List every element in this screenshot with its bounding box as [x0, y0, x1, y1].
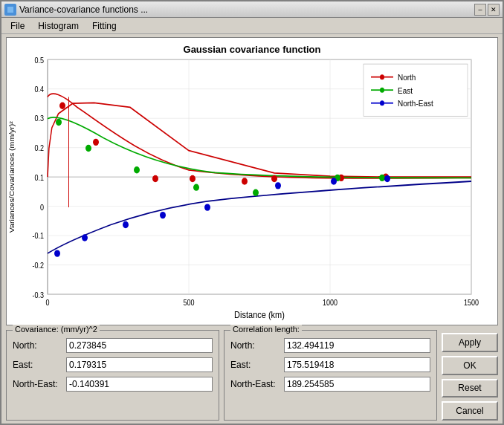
svg-text:North-East: North-East — [398, 99, 433, 108]
svg-text:0.4: 0.4 — [34, 85, 44, 94]
svg-point-45 — [379, 175, 385, 181]
title-bar-left: Variance-covariance functions ... — [4, 4, 148, 16]
svg-point-50 — [204, 204, 210, 210]
svg-point-31 — [59, 103, 65, 109]
correlation-north-input[interactable] — [284, 338, 430, 353]
svg-text:East: East — [398, 85, 413, 95]
bottom-panel: Covariance: (mm/yr)^2 North: East: North… — [1, 327, 503, 424]
covariance-north-input[interactable] — [66, 338, 213, 353]
svg-text:-0.3: -0.3 — [33, 291, 45, 299]
svg-point-41 — [134, 166, 140, 173]
svg-text:0: 0 — [40, 203, 45, 212]
svg-point-53 — [384, 175, 390, 182]
apply-button[interactable]: Apply — [442, 333, 498, 352]
svg-point-48 — [123, 221, 129, 228]
correlation-northeast-input[interactable] — [284, 377, 430, 392]
buttons-panel: Apply OK Reset Cancel — [442, 330, 498, 421]
minimize-button[interactable]: – — [474, 4, 486, 16]
menu-fitting[interactable]: Fitting — [86, 19, 123, 33]
svg-text:0.1: 0.1 — [34, 173, 44, 182]
svg-point-35 — [242, 178, 248, 184]
svg-text:500: 500 — [183, 299, 195, 308]
covariance-east-input[interactable] — [66, 357, 213, 372]
svg-text:Distance (km): Distance (km) — [234, 309, 285, 320]
svg-text:1500: 1500 — [464, 299, 479, 308]
correlation-north-row: North: — [230, 338, 430, 353]
correlation-group: Correlation length: North: East: North-E… — [224, 330, 437, 421]
svg-point-60 — [380, 88, 384, 93]
reset-button[interactable]: Reset — [442, 379, 498, 398]
svg-point-57 — [380, 74, 384, 80]
svg-point-40 — [85, 145, 91, 152]
svg-text:0: 0 — [45, 299, 50, 308]
svg-point-32 — [93, 139, 99, 146]
covariance-east-row: East: — [13, 357, 213, 372]
window-title: Variance-covariance functions ... — [19, 4, 148, 15]
svg-point-43 — [253, 189, 259, 196]
svg-point-46 — [54, 250, 60, 256]
title-bar: Variance-covariance functions ... – ✕ — [1, 1, 503, 18]
covariance-north-row: North: — [13, 338, 213, 353]
title-bar-controls: – ✕ — [474, 4, 500, 16]
svg-text:-0.2: -0.2 — [33, 261, 44, 270]
svg-point-39 — [56, 119, 62, 126]
svg-point-47 — [82, 234, 88, 241]
svg-rect-1 — [7, 7, 13, 13]
main-window: Variance-covariance functions ... – ✕ Fi… — [0, 0, 504, 425]
svg-point-33 — [152, 175, 158, 182]
covariance-northeast-row: North-East: — [13, 377, 213, 392]
correlation-northeast-row: North-East: — [230, 377, 430, 392]
svg-text:0.3: 0.3 — [34, 114, 44, 123]
covariance-group: Covariance: (mm/yr)^2 North: East: North… — [6, 330, 219, 421]
correlation-east-input[interactable] — [284, 357, 430, 372]
svg-text:0.2: 0.2 — [34, 143, 44, 152]
chart-svg: 0.5 0.4 0.3 0.2 0.1 0 -0.1 -0.2 -0.3 0 5… — [7, 38, 497, 325]
covariance-northeast-input[interactable] — [66, 377, 213, 392]
covariance-north-label: North: — [13, 340, 63, 351]
svg-point-51 — [275, 182, 281, 189]
correlation-group-title: Correlation length: — [230, 325, 302, 334]
correlation-east-row: East: — [230, 357, 430, 372]
ok-button[interactable]: OK — [442, 356, 498, 375]
correlation-north-label: North: — [230, 340, 281, 351]
svg-point-36 — [271, 175, 277, 182]
svg-point-63 — [380, 100, 384, 106]
svg-point-42 — [193, 184, 199, 191]
menu-file[interactable]: File — [4, 19, 30, 33]
svg-text:0.5: 0.5 — [34, 56, 44, 65]
covariance-group-title: Covariance: (mm/yr)^2 — [13, 325, 100, 334]
covariance-east-label: East: — [13, 360, 63, 370]
correlation-east-label: East: — [230, 360, 281, 370]
svg-point-52 — [331, 178, 337, 184]
menu-histogram[interactable]: Histogram — [32, 19, 85, 33]
covariance-northeast-label: North-East: — [13, 379, 63, 389]
svg-text:Variances/Covariances (mm/yr)²: Variances/Covariances (mm/yr)² — [8, 120, 16, 233]
svg-point-34 — [190, 175, 196, 182]
svg-text:North: North — [398, 73, 416, 82]
chart-area: Gaussian covariance function — [6, 37, 498, 325]
cancel-button[interactable]: Cancel — [442, 401, 498, 421]
correlation-northeast-label: North-East: — [230, 379, 281, 389]
menu-bar: File Histogram Fitting — [1, 18, 503, 34]
close-button[interactable]: ✕ — [488, 4, 500, 16]
svg-text:1000: 1000 — [323, 299, 338, 308]
app-icon — [4, 4, 16, 16]
svg-text:-0.1: -0.1 — [33, 232, 44, 241]
svg-point-49 — [160, 212, 166, 218]
